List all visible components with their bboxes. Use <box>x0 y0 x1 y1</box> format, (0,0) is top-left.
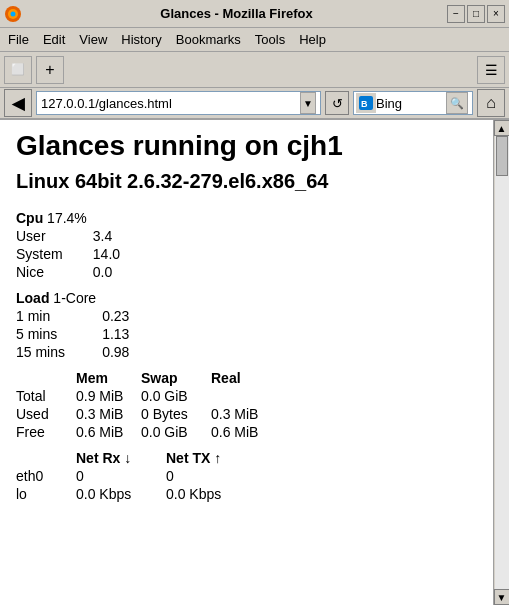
net-lo-tx: 0.0 Kbps <box>166 485 227 503</box>
mem-total-label: Total <box>16 387 76 405</box>
load-5min-label: 5 mins <box>16 325 102 343</box>
new-tab-button[interactable]: ⬜ <box>4 56 32 84</box>
cpu-system-value: 14.0 <box>93 245 126 263</box>
menubar: File Edit View History Bookmarks Tools H… <box>0 28 509 52</box>
home-button[interactable]: ⌂ <box>477 89 505 117</box>
mem-used-real: 0.3 MiB <box>211 405 264 423</box>
mem-total-swap: 0.0 GiB <box>141 387 211 405</box>
window-controls: − □ × <box>447 5 505 23</box>
mem-free-mem: 0.6 MiB <box>76 423 141 441</box>
search-engine-icon[interactable]: B <box>356 93 376 113</box>
mem-spacer <box>16 369 76 387</box>
menu-history[interactable]: History <box>115 30 167 49</box>
addressbar: ◀ ▼ ↺ B 🔍 ⌂ <box>0 88 509 120</box>
load-5min-value: 1.13 <box>102 325 135 343</box>
page-title: Glances running on cjh1 <box>16 130 477 162</box>
mem-used-label: Used <box>16 405 76 423</box>
back-button[interactable]: ◀ <box>4 89 32 117</box>
scroll-thumb[interactable] <box>496 136 508 176</box>
reload-button[interactable]: ↺ <box>325 91 349 115</box>
url-bar: ▼ <box>36 91 321 115</box>
mem-free-label: Free <box>16 423 76 441</box>
scroll-up-button[interactable]: ▲ <box>494 120 510 136</box>
menu-edit[interactable]: Edit <box>37 30 71 49</box>
url-dropdown-btn[interactable]: ▼ <box>300 92 316 114</box>
cpu-user-value: 3.4 <box>93 227 126 245</box>
window-title: Glances - Mozilla Firefox <box>26 6 447 21</box>
minimize-button[interactable]: − <box>447 5 465 23</box>
url-dropdown: ▼ <box>300 92 316 114</box>
page-subtitle: Linux 64bit 2.6.32-279.el6.x86_64 <box>16 170 477 193</box>
cpu-user-label: User <box>16 227 93 245</box>
load-15min-label: 15 mins <box>16 343 102 361</box>
mem-section: Mem Swap Real Total 0.9 MiB 0.0 GiB Used… <box>16 369 477 441</box>
close-button[interactable]: × <box>487 5 505 23</box>
cpu-section: Cpu 17.4% User 3.4 System 14.0 Nice 0.0 <box>16 209 477 281</box>
toolbar: ⬜ + ☰ <box>0 52 509 88</box>
mem-used-swap: 0 Bytes <box>141 405 211 423</box>
load-section: Load 1-Core 1 min 0.23 5 mins 1.13 15 mi… <box>16 289 477 361</box>
load-15min-value: 0.98 <box>102 343 135 361</box>
load-1min-label: 1 min <box>16 307 102 325</box>
cpu-system-label: System <box>16 245 93 263</box>
firefox-icon <box>4 5 22 23</box>
menu-file[interactable]: File <box>2 30 35 49</box>
swap-header: Swap <box>141 369 211 387</box>
net-eth0-rx: 0 <box>76 467 166 485</box>
nettx-header: Net TX ↑ <box>166 449 227 467</box>
scrollbar: ▲ ▼ <box>493 120 509 605</box>
load-cores: 1-Core <box>53 290 96 306</box>
add-tab-button[interactable]: + <box>36 56 64 84</box>
mem-free-real: 0.6 MiB <box>211 423 264 441</box>
scroll-down-button[interactable]: ▼ <box>494 589 510 605</box>
menu-icon-button[interactable]: ☰ <box>477 56 505 84</box>
search-input[interactable] <box>376 96 446 111</box>
bing-icon: B <box>358 95 374 111</box>
content-area: Glances running on cjh1 Linux 64bit 2.6.… <box>0 120 493 605</box>
menu-view[interactable]: View <box>73 30 113 49</box>
menu-tools[interactable]: Tools <box>249 30 291 49</box>
search-submit-button[interactable]: 🔍 <box>446 92 468 114</box>
net-lo-rx: 0.0 Kbps <box>76 485 166 503</box>
net-lo-iface: lo <box>16 485 76 503</box>
mem-total-mem: 0.9 MiB <box>76 387 141 405</box>
mem-used-mem: 0.3 MiB <box>76 405 141 423</box>
svg-text:B: B <box>361 99 368 109</box>
mem-total-real <box>211 387 264 405</box>
maximize-button[interactable]: □ <box>467 5 485 23</box>
net-eth0-iface: eth0 <box>16 467 76 485</box>
load-header: Load <box>16 290 53 306</box>
mem-free-swap: 0.0 GiB <box>141 423 211 441</box>
net-eth0-tx: 0 <box>166 467 227 485</box>
load-1min-value: 0.23 <box>102 307 135 325</box>
real-header: Real <box>211 369 264 387</box>
search-bar: B 🔍 <box>353 91 473 115</box>
cpu-percent: 17.4% <box>47 210 87 226</box>
netrx-header: Net Rx ↓ <box>76 449 166 467</box>
svg-point-2 <box>11 11 16 16</box>
cpu-nice-value: 0.0 <box>93 263 126 281</box>
scroll-track[interactable] <box>495 136 509 589</box>
net-iface-spacer <box>16 449 76 467</box>
url-input[interactable] <box>41 96 300 111</box>
titlebar: Glances - Mozilla Firefox − □ × <box>0 0 509 28</box>
cpu-nice-label: Nice <box>16 263 93 281</box>
net-section: Net Rx ↓ Net TX ↑ eth0 0 0 lo 0.0 Kbps 0… <box>16 449 477 503</box>
cpu-header: Cpu <box>16 210 47 226</box>
mem-header: Mem <box>76 369 141 387</box>
menu-bookmarks[interactable]: Bookmarks <box>170 30 247 49</box>
menu-help[interactable]: Help <box>293 30 332 49</box>
browser-area: Glances running on cjh1 Linux 64bit 2.6.… <box>0 120 509 605</box>
